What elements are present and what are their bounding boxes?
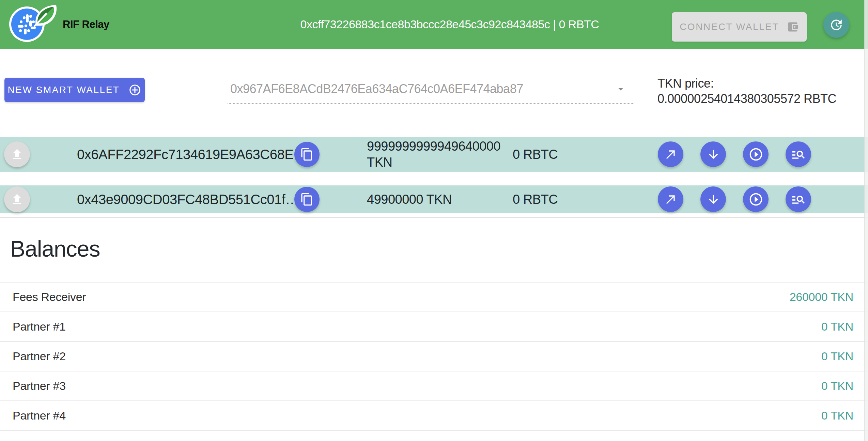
balance-label: Partner #4 xyxy=(13,409,66,422)
vertical-scrollbar[interactable] xyxy=(864,0,868,441)
balances-title: Balances xyxy=(10,236,100,262)
transfer-button[interactable] xyxy=(658,141,683,167)
copy-icon xyxy=(300,148,314,161)
add-circle-icon xyxy=(128,83,141,96)
smart-wallet-row: 0x43e9009CD03FC48BD551Cc01f… 49900000 TK… xyxy=(0,185,868,213)
account-address-balance: 0xcff73226883c1ce8b3bccc28e45c3c92c84348… xyxy=(293,0,606,49)
manage-search-icon xyxy=(791,147,806,162)
table-row: Partner #2 0 TKN xyxy=(0,341,868,371)
wallet-token-balance: 49900000 TKN xyxy=(367,185,507,213)
rif-logo-icon xyxy=(8,3,63,46)
smart-wallet-select-value: 0x967AF6E8ACdB2476Ea634aC764c0A6EF474aba… xyxy=(228,82,523,96)
deploy-wallet-button[interactable] xyxy=(4,141,30,167)
table-row: Partner #4 0 TKN xyxy=(0,400,868,430)
transfer-button[interactable] xyxy=(658,186,683,212)
execute-button[interactable] xyxy=(743,141,769,167)
balances-table: Fees Receiver 260000 TKN Partner #1 0 TK… xyxy=(0,282,868,431)
connect-wallet-label: CONNECT WALLET xyxy=(680,21,779,32)
arrow-up-right-icon xyxy=(664,148,678,161)
inspect-transactions-button[interactable] xyxy=(786,141,811,167)
balance-value: 260000 TKN xyxy=(790,290,853,304)
token-price-value: 0.00000254014380305572 RBTC xyxy=(657,91,836,106)
wallet-rbtc-balance: 0 RBTC xyxy=(513,185,558,213)
balance-value: 0 TKN xyxy=(821,379,853,393)
page-title: RIF Relay xyxy=(63,0,109,49)
balance-label: Partner #3 xyxy=(13,379,66,393)
copy-address-button[interactable] xyxy=(294,142,320,167)
chevron-down-icon xyxy=(615,83,627,95)
inspect-transactions-button[interactable] xyxy=(786,186,811,212)
balance-label: Partner #1 xyxy=(13,320,66,333)
balance-value: 0 TKN xyxy=(821,320,853,333)
section-divider xyxy=(0,217,868,218)
balance-value: 0 TKN xyxy=(821,350,853,363)
app: RIF Relay 0xcff73226883c1ce8b3bccc28e45c… xyxy=(0,0,868,441)
copy-icon xyxy=(300,193,314,206)
table-row: Partner #3 0 TKN xyxy=(0,371,868,400)
copy-address-button[interactable] xyxy=(294,187,320,212)
arrow-down-icon xyxy=(707,148,720,161)
wallet-icon xyxy=(787,21,799,33)
smart-wallet-select[interactable]: 0x967AF6E8ACdB2476Ea634aC764c0A6EF474aba… xyxy=(228,75,634,104)
wallet-address: 0x6AFF2292Fc7134619E9A63C68E… xyxy=(77,137,307,172)
wallet-rbtc-balance: 0 RBTC xyxy=(513,137,558,172)
balance-label: Partner #2 xyxy=(13,350,66,363)
arrow-up-right-icon xyxy=(664,193,678,206)
wallet-address: 0x43e9009CD03FC48BD551Cc01f… xyxy=(77,185,299,213)
deploy-wallet-button[interactable] xyxy=(4,186,30,212)
balance-label: Fees Receiver xyxy=(13,290,86,304)
play-circle-icon xyxy=(748,147,763,162)
wallet-token-balance: 9999999999949640000 TKN xyxy=(367,138,507,170)
connect-wallet-button[interactable]: CONNECT WALLET xyxy=(672,12,807,42)
execute-button[interactable] xyxy=(743,186,769,212)
app-bar: RIF Relay 0xcff73226883c1ce8b3bccc28e45c… xyxy=(0,0,868,49)
table-row: Partner #1 0 TKN xyxy=(0,311,868,341)
upload-icon xyxy=(10,192,24,207)
new-smart-wallet-button[interactable]: NEW SMART WALLET xyxy=(4,78,145,102)
table-row: Fees Receiver 260000 TKN xyxy=(0,282,868,311)
upload-icon xyxy=(10,147,24,162)
refresh-button[interactable] xyxy=(823,12,849,38)
arrow-down-icon xyxy=(707,193,720,206)
manage-search-icon xyxy=(791,192,806,207)
token-price-label: TKN price: xyxy=(657,76,836,91)
smart-wallet-toolbar: NEW SMART WALLET 0x967AF6E8ACdB2476Ea634… xyxy=(0,49,868,120)
new-smart-wallet-label: NEW SMART WALLET xyxy=(8,85,120,95)
update-icon xyxy=(829,18,843,32)
play-circle-icon xyxy=(748,192,763,207)
smart-wallet-row: 0x6AFF2292Fc7134619E9A63C68E… 9999999999… xyxy=(0,137,868,172)
token-price: TKN price: 0.00000254014380305572 RBTC xyxy=(657,76,836,106)
receive-button[interactable] xyxy=(700,186,726,212)
balance-value: 0 TKN xyxy=(821,409,853,422)
receive-button[interactable] xyxy=(700,141,726,167)
